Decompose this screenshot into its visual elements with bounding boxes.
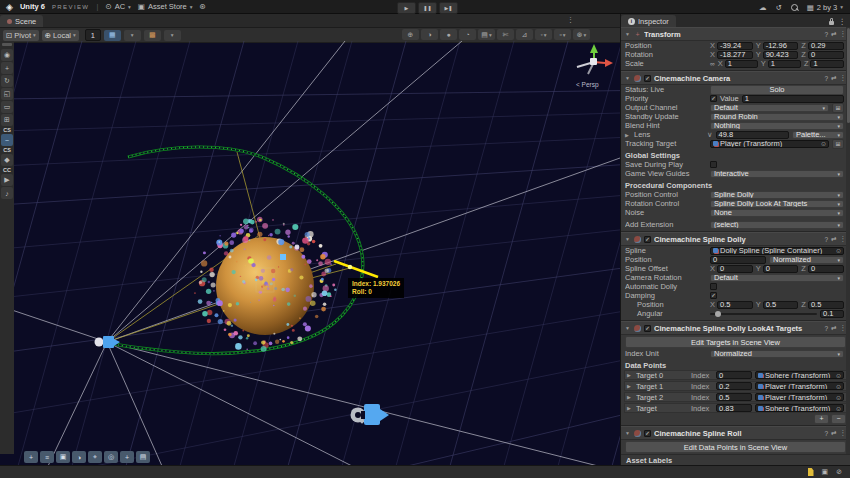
object-picker-icon[interactable]: ⊙ [836, 383, 841, 390]
edit-targets-button[interactable]: Edit Targets in Scene View [625, 336, 846, 348]
object-picker-icon[interactable]: ⊙ [836, 394, 841, 401]
grid-size-field[interactable]: 1 [85, 29, 101, 41]
search-overlay-icon[interactable]: ◎ [104, 451, 118, 463]
edit-channel-button[interactable]: ⊞ [832, 103, 844, 113]
object-picker-icon[interactable]: ⊙ [821, 140, 826, 147]
remove-target-button[interactable]: − [831, 414, 846, 424]
foldout-icon[interactable]: ▼ [625, 325, 631, 331]
play-button[interactable]: ▶ [397, 2, 416, 14]
layout-dropdown[interactable]: ▦2 by 3▾ [807, 3, 843, 12]
target-3-index-field[interactable]: 0.83 [716, 404, 752, 412]
presets-icon[interactable]: ⇄ [831, 74, 836, 82]
foldout-icon[interactable]: ▼ [625, 236, 631, 242]
search-icon[interactable] [791, 4, 798, 11]
align-overlay-icon[interactable]: ≡ [40, 451, 54, 463]
shading-overlay-icon[interactable]: ◑ [72, 451, 86, 463]
offset-z-field[interactable]: 0 [808, 265, 844, 273]
inspector-scrollbar[interactable] [846, 27, 850, 454]
position-y-field[interactable]: -12.96 [763, 42, 799, 50]
edit-data-points-button[interactable]: Edit Data Points in Scene View [625, 441, 846, 453]
help-icon[interactable]: ? [824, 31, 828, 38]
target-2-object-field[interactable]: Player (Transform)⊙ [755, 393, 844, 401]
play-overlay-button[interactable]: ▶ [1, 174, 13, 186]
position-units-dropdown[interactable]: Normalized [769, 256, 844, 264]
help-icon[interactable]: ? [824, 75, 828, 82]
rotation-x-field[interactable]: -18.277 [717, 51, 753, 59]
presets-icon[interactable]: ⇄ [831, 324, 836, 332]
target-3-object-field[interactable]: Sphere (Transform)⊙ [755, 404, 844, 412]
target-0-index-field[interactable]: 0 [716, 371, 752, 379]
solo-button[interactable]: Solo [710, 85, 844, 95]
rect-tool-button[interactable]: ▭ [1, 101, 13, 113]
game-view-guides-dropdown[interactable]: Interactive [710, 170, 844, 178]
blue-cube-object[interactable] [280, 254, 286, 260]
priority-checkbox[interactable] [710, 95, 717, 102]
scale-y-field[interactable]: 1 [768, 60, 801, 68]
foldout-icon[interactable]: ▶ [627, 383, 633, 389]
dolly-track-handle[interactable] [334, 261, 378, 277]
link-scale-icon[interactable]: ∞ [710, 60, 715, 67]
target-2-index-field[interactable]: 0.5 [716, 393, 752, 401]
scene-canvas[interactable]: < Persp Index: 1.937026 Roll: 0 + ≡ ▣ ◑ … [0, 41, 620, 466]
scrollbar-thumb[interactable] [847, 28, 850, 123]
cinemachine-tool-button[interactable]: ◆ [1, 154, 13, 166]
step-button[interactable]: ▶❚ [439, 2, 458, 14]
grid-snap-dropdown[interactable]: ▾ [124, 30, 141, 41]
cloud-icon[interactable]: ☁ [759, 3, 767, 12]
object-picker-icon[interactable]: ⊙ [836, 247, 841, 254]
rotation-y-field[interactable]: 90.423 [763, 51, 799, 59]
grid-snap-toggle[interactable]: ▦ [104, 30, 121, 41]
target-1-index-field[interactable]: 0.2 [716, 382, 752, 390]
help-icon[interactable]: ? [824, 236, 828, 243]
skybox-toggle-icon[interactable]: ● [440, 29, 457, 40]
pivot-mode-button[interactable]: ⊡Pivot▾ [3, 30, 39, 41]
damping-checkbox[interactable] [710, 292, 717, 299]
target-row-2[interactable]: ▶ Target 2 Index 0.5 Player (Transform)⊙ [624, 392, 847, 402]
foldout-icon[interactable]: ▼ [625, 430, 631, 436]
account-menu[interactable]: ⊙AC▾ [105, 2, 130, 11]
overlay-dropdown[interactable]: ▫▾ [554, 29, 571, 40]
foldout-icon[interactable]: ▶ [627, 394, 633, 400]
foldout-icon[interactable]: ▶ [627, 405, 633, 411]
transform-tool-button[interactable]: ⊞ [1, 114, 13, 126]
damping-y-field[interactable]: 0.5 [763, 301, 799, 309]
rotation-control-dropdown[interactable]: Spline Dolly Look At Targets [710, 200, 844, 208]
edit-target-button[interactable]: ⊞ [832, 139, 844, 149]
asset-store-menu[interactable]: ▣Asset Store▾ [138, 2, 193, 11]
foldout-icon[interactable]: ▼ [625, 75, 631, 81]
scale-x-field[interactable]: 1 [725, 60, 758, 68]
spline-tool-button[interactable]: ~ [1, 134, 13, 146]
snap-increment-toggle[interactable]: ▩ [144, 30, 161, 41]
gizmo-overlay-icon[interactable]: + [120, 451, 134, 463]
lens-mode-dropdown[interactable]: Palette... [792, 131, 844, 139]
snap-increment-dropdown[interactable]: ▾ [164, 30, 181, 41]
target-row-0[interactable]: ▶ Target 0 Index 0 Sphere (Transform)⊙ [624, 370, 847, 380]
camera-overlay-icon[interactable]: ▣ [56, 451, 70, 463]
blend-hint-dropdown[interactable]: Nothing [710, 122, 844, 130]
overlay-drag-handle[interactable] [2, 43, 12, 46]
target-1-object-field[interactable]: Player (Transform)⊙ [755, 382, 844, 390]
tab-scene[interactable]: Scene [0, 15, 43, 27]
target-overlay-icon[interactable]: ⌖ [88, 451, 102, 463]
foldout-icon[interactable]: ▶ [627, 372, 633, 378]
add-extension-dropdown[interactable]: (select) [710, 221, 844, 229]
save-during-play-checkbox[interactable] [710, 161, 717, 168]
lock-icon[interactable] [829, 21, 834, 25]
axis-gizmo[interactable] [577, 44, 613, 74]
pause-button[interactable]: ❚❚ [418, 2, 437, 14]
audio-toggle-button[interactable]: ♪ [1, 187, 13, 199]
presets-icon[interactable]: ⇄ [831, 30, 836, 38]
layers-overlay-icon[interactable]: ▤ [136, 451, 150, 463]
cut-tool-icon[interactable]: ✄ [497, 29, 514, 40]
position-z-field[interactable]: 0.29 [808, 42, 844, 50]
enable-checkbox[interactable] [644, 236, 651, 243]
history-icon[interactable]: ↺ [775, 3, 781, 12]
camera-preview-dropdown[interactable]: ◦▾ [535, 29, 552, 40]
shaded-mode-icon[interactable]: ⊕ [402, 29, 419, 40]
lighting-toggle-icon[interactable]: ◑ [421, 29, 438, 40]
perspective-label[interactable]: < Persp [576, 81, 599, 88]
console-warning-icon[interactable] [808, 468, 814, 476]
cinemachine-camera-gizmo[interactable] [351, 404, 390, 425]
presets-icon[interactable]: ⇄ [831, 429, 836, 437]
foldout-icon[interactable]: ▼ [625, 31, 631, 37]
